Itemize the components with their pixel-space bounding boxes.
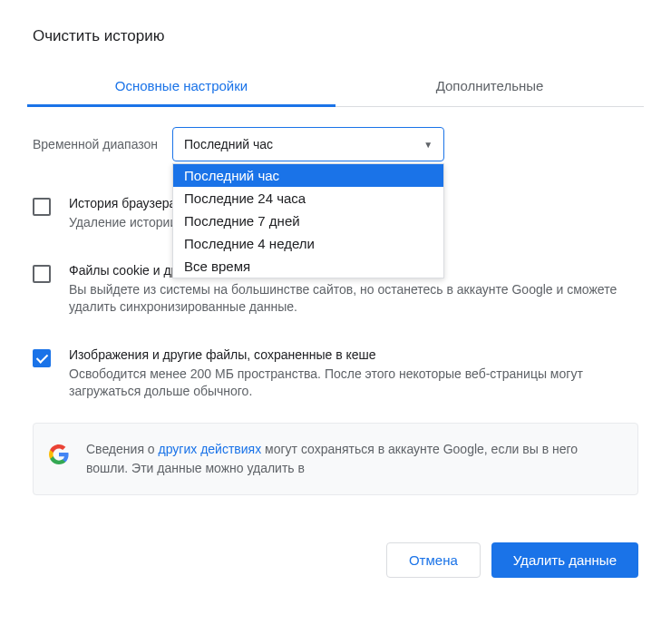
checkbox-cache[interactable] xyxy=(33,349,51,367)
chevron-down-icon: ▼ xyxy=(423,140,433,150)
time-range-row: Временной диапазон Последний час ▼ После… xyxy=(27,127,644,161)
checkbox-cookies[interactable] xyxy=(33,265,51,283)
info-prefix: Сведения о xyxy=(86,442,159,456)
tab-advanced[interactable]: Дополнительные xyxy=(336,65,644,106)
item-cache: Изображения и другие файлы, сохраненные … xyxy=(27,338,644,410)
dialog-actions: Отмена Удалить данные xyxy=(27,521,644,578)
dropdown-option-last-7d[interactable]: Последние 7 дней xyxy=(173,210,443,232)
item-title: Изображения и другие файлы, сохраненные … xyxy=(69,347,638,362)
time-range-label: Временной диапазон xyxy=(33,137,158,151)
clear-history-dialog: Очистить историю Основные настройки Допо… xyxy=(27,27,644,578)
dialog-title: Очистить историю xyxy=(27,27,644,45)
info-link-other-actions[interactable]: других действиях xyxy=(159,442,262,456)
item-desc: Освободится менее 200 МБ пространства. П… xyxy=(69,366,638,401)
google-icon xyxy=(48,444,70,465)
time-range-value: Последний час xyxy=(184,137,273,151)
time-range-select-wrapper: Последний час ▼ Последний час Последние … xyxy=(172,127,444,161)
tab-basic[interactable]: Основные настройки xyxy=(27,65,336,106)
google-info-box: Сведения о других действиях могут сохран… xyxy=(33,423,638,495)
tabs: Основные настройки Дополнительные xyxy=(27,65,644,107)
item-desc: Вы выйдете из системы на большинстве сай… xyxy=(69,281,638,317)
tab-indicator xyxy=(27,104,336,107)
cancel-button[interactable]: Отмена xyxy=(386,542,481,578)
dialog-content: Временной диапазон Последний час ▼ После… xyxy=(27,107,644,495)
clear-data-button[interactable]: Удалить данные xyxy=(491,542,638,578)
dropdown-option-all-time[interactable]: Все время xyxy=(173,255,443,278)
info-text: Сведения о других действиях могут сохран… xyxy=(86,440,623,478)
time-range-select[interactable]: Последний час ▼ xyxy=(172,127,444,161)
dropdown-option-last-hour[interactable]: Последний час xyxy=(173,164,443,187)
item-content: Изображения и другие файлы, сохраненные … xyxy=(69,347,638,401)
dropdown-option-last-4w[interactable]: Последние 4 недели xyxy=(173,232,443,255)
checkbox-browsing-history[interactable] xyxy=(33,198,51,216)
dropdown-option-last-24h[interactable]: Последние 24 часа xyxy=(173,187,443,210)
time-range-dropdown: Последний час Последние 24 часа Последни… xyxy=(172,163,444,278)
